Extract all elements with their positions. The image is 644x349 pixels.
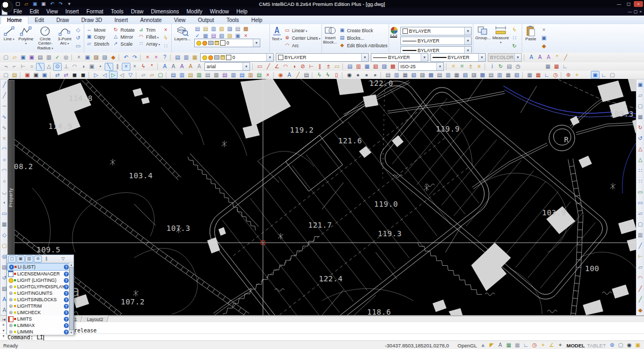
dimstyle-combo-arrow[interactable]: ▼ xyxy=(436,63,443,70)
capture-2-icon[interactable]: ◼ xyxy=(79,71,87,79)
text-scale-icon[interactable]: A xyxy=(186,63,195,71)
text-button[interactable]: A Text xyxy=(271,25,282,41)
snap-from-icon[interactable]: ⌐ xyxy=(10,63,19,71)
text-style-3-icon[interactable]: A xyxy=(544,54,553,62)
pen-icon[interactable]: ╱ xyxy=(561,54,570,62)
map-label-08_2[interactable]: 08.2 xyxy=(14,162,33,171)
tab-draw-3d[interactable]: Draw 3D xyxy=(75,17,108,24)
table-icon[interactable]: ▤ xyxy=(505,63,514,71)
menu-tools[interactable]: Tools xyxy=(107,9,127,14)
cursor-status-icon[interactable]: + xyxy=(556,341,564,349)
settings-icon[interactable]: ⊛ xyxy=(34,256,42,263)
tab-help[interactable]: Help xyxy=(245,17,268,24)
view-cube-10-icon[interactable]: ▧ xyxy=(461,71,470,79)
dim-aligned-icon[interactable]: ╱ xyxy=(264,63,273,71)
stretch-icon[interactable]: ▱ xyxy=(636,209,644,217)
text-convert-icon[interactable]: A xyxy=(195,63,203,71)
grid-icon[interactable]: ▦ xyxy=(525,71,534,79)
solid-icon[interactable]: ▢ xyxy=(636,220,644,228)
snap-none-icon[interactable]: × xyxy=(122,63,130,71)
find-icon[interactable]: ◎ xyxy=(62,54,70,62)
fillet-button[interactable]: ◠Fillet xyxy=(137,33,160,40)
ribbon-color-combo[interactable]: BYLAYER▼ xyxy=(400,27,472,35)
color-combo[interactable]: BYLAYER▼ xyxy=(276,53,369,62)
stop-icon[interactable]: ▯ xyxy=(332,71,341,79)
cut-tb-icon[interactable]: × xyxy=(75,54,83,62)
explode-icon[interactable]: ∷ xyxy=(161,42,170,50)
close-button[interactable]: × xyxy=(634,1,643,7)
snap-track-icon[interactable]: ¬ xyxy=(2,63,10,71)
menu-file[interactable]: File xyxy=(10,9,26,14)
view-cube-3-icon[interactable]: ▦ xyxy=(401,71,409,79)
layer-iso-icon[interactable]: ▤ xyxy=(186,71,195,79)
grid-red-icon[interactable]: ▦ xyxy=(534,71,543,79)
dim-center-icon[interactable]: ± xyxy=(466,63,475,71)
ribbon-linetype-combo[interactable]: BYLAYER▼ xyxy=(400,37,472,45)
command-scroll-up-icon[interactable]: ▾ xyxy=(3,329,5,333)
sketch-pen-icon[interactable]: ╱ xyxy=(294,71,302,79)
polar-angle-icon[interactable]: ∠ xyxy=(547,341,555,349)
backward-icon[interactable]: ◁ xyxy=(100,71,109,79)
snap-mid2-icon[interactable]: ⊢ xyxy=(19,63,27,71)
copy-button[interactable]: ▣Copy xyxy=(85,33,109,40)
cross-icon[interactable]: + xyxy=(573,71,581,79)
dim-jog-icon[interactable]: = xyxy=(458,63,466,71)
ortho-mode-icon[interactable]: ∟ xyxy=(561,63,569,71)
renderer-label[interactable]: OpenGL xyxy=(458,343,477,348)
circle-status-icon[interactable]: ◉ xyxy=(625,341,633,349)
layer-combo-arrow[interactable]: ▼ xyxy=(253,39,260,47)
drawing-canvas[interactable]: 114.8114.908.2103.4119.2121.6122.0119.91… xyxy=(8,79,636,315)
down-icon[interactable]: ▽ xyxy=(126,71,135,79)
redo-icon[interactable]: ↷ xyxy=(130,54,139,62)
time-icon[interactable]: ◷ xyxy=(514,63,522,71)
qa-saveas-icon[interactable]: ▣ xyxy=(40,1,47,8)
esnap-marker-icon[interactable]: ◤ xyxy=(487,341,495,349)
tablet-toggle[interactable]: TABLET xyxy=(587,343,606,348)
ribbon-layer-combo[interactable]: 0 ▼ xyxy=(194,39,260,47)
layer-off-icon[interactable]: ▥ xyxy=(212,71,221,79)
doc-new-icon[interactable]: ▢ xyxy=(2,71,10,79)
revision-cloud-icon[interactable]: ↺ xyxy=(74,34,83,42)
group-button[interactable]: Group... xyxy=(474,25,492,40)
dim-arc-icon[interactable]: ◠ xyxy=(281,63,290,71)
pedit-2-icon[interactable]: ╱ xyxy=(636,295,644,303)
command-scroll-down-icon[interactable]: ▾ xyxy=(3,334,5,338)
popup-item-lighttrim[interactable]: ⊛LIGHTTRIM? xyxy=(7,303,74,309)
help-badge-icon[interactable]: ? xyxy=(64,291,69,296)
text-style-2-icon[interactable]: A xyxy=(536,54,544,62)
edit-block-attributes-button[interactable]: ◆Edit Block Attributes xyxy=(338,42,387,49)
maximize-button[interactable]: ▢ xyxy=(624,1,633,7)
layers-button[interactable]: Layers... xyxy=(173,25,192,41)
array-rect-icon[interactable]: ▦ xyxy=(636,113,644,121)
clock-icon[interactable]: ◷ xyxy=(551,71,560,79)
layer-walk-icon[interactable]: ▥ xyxy=(246,71,255,79)
snap-perpendicular-icon[interactable]: ⊥ xyxy=(62,63,70,71)
trim-icon[interactable]: ⊢ xyxy=(636,252,644,260)
help-icon[interactable]: ? xyxy=(160,54,169,62)
layer-lock-icon[interactable]: ▤ xyxy=(221,71,229,79)
layer-explorer-icon[interactable]: ▤ xyxy=(173,54,182,62)
map-label-121_6[interactable]: 121.6 xyxy=(338,136,362,145)
qa-customize-icon[interactable]: ▾ xyxy=(65,1,73,8)
cascade-icon[interactable]: ▥ xyxy=(25,256,33,263)
qa-new-icon[interactable]: ▢ xyxy=(14,1,21,8)
view-cube-15-icon[interactable]: ▦ xyxy=(504,71,513,79)
break-icon[interactable]: ╱ xyxy=(636,242,644,250)
help-badge-icon[interactable]: ? xyxy=(64,330,69,335)
delete-icon[interactable]: × xyxy=(143,54,152,62)
filter-icon[interactable]: ▽ xyxy=(59,256,67,263)
panel-icon[interactable]: ▢ xyxy=(8,256,16,263)
polygon-icon[interactable]: ◇ xyxy=(74,26,83,34)
esnap-status-icon[interactable]: + xyxy=(539,341,547,349)
mirror-button[interactable]: △Mirror xyxy=(112,33,135,40)
dim-diameter-icon[interactable]: ⊘ xyxy=(298,63,307,71)
menu-modify[interactable]: Modify xyxy=(183,9,206,14)
chamfer-icon[interactable]: ▱ xyxy=(636,263,644,271)
clip-cut-icon[interactable]: ▣ xyxy=(23,71,32,79)
color-combo-arrow[interactable]: ▼ xyxy=(361,54,368,61)
trim-button[interactable]: ⊿Trim xyxy=(137,26,160,33)
mirror-3d-icon[interactable]: △ xyxy=(636,156,644,164)
popup-item-lightglyphdisplay[interactable]: ⊛LIGHTGLYPHDISPLAY? xyxy=(7,283,74,290)
dim-inspect-icon[interactable]: ≡ xyxy=(475,63,484,71)
snap-clear-icon[interactable]: × xyxy=(130,63,139,71)
